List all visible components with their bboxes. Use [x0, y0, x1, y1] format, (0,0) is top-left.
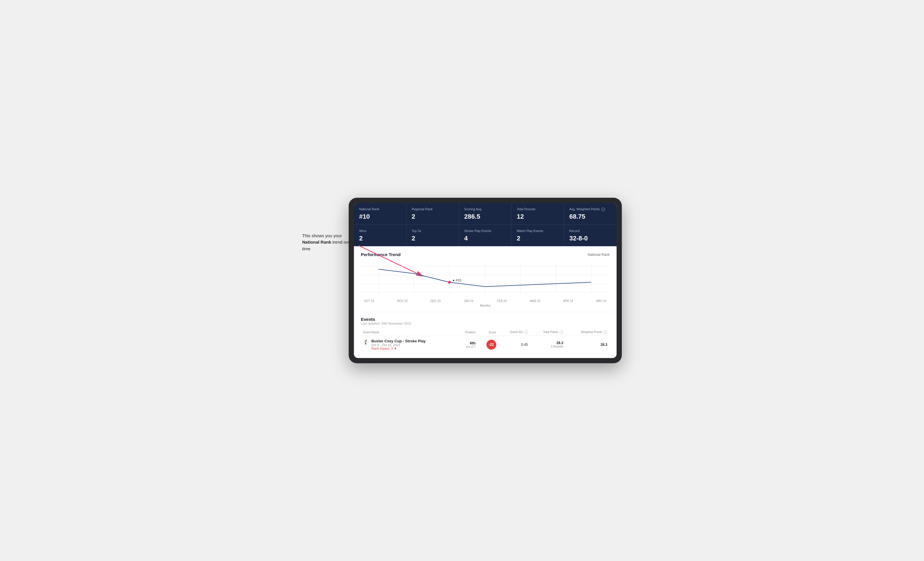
col-event-name: Event Name: [361, 329, 456, 336]
stat-scoring-avg-value: 286.5: [464, 213, 506, 220]
event-golf-icon: 🏌️: [363, 340, 369, 345]
stat-wins-value: 2: [359, 235, 401, 242]
event-date: Oct 9 - Oct 10, 2023: [371, 343, 426, 347]
event-name-cell: 🏌️ Buster Cozy Cup - Stroke Play Oct 9 -…: [361, 336, 456, 353]
stat-stroke-play-value: 4: [464, 235, 506, 242]
x-label-apr24: APR 24: [560, 299, 576, 302]
chart-legend: National Rank: [588, 253, 610, 257]
col-total-points: Total Points i: [530, 329, 566, 336]
x-label-dec23: DEC 23: [427, 299, 444, 302]
chart-container: ● #10: [361, 260, 610, 298]
stats-row-2: Wins 2 Top 3s 2 Stroke Play Events 4 Mat…: [354, 224, 616, 246]
stat-top3s-value: 2: [412, 235, 454, 242]
stat-match-play-value: 2: [517, 235, 558, 242]
stat-stroke-play: Stroke Play Events 4: [459, 225, 512, 246]
events-table: Event Name Position Score Event SG i Tot…: [361, 329, 610, 353]
event-name: Buster Cozy Cup - Stroke Play: [371, 339, 426, 343]
chart-section: Performance Trend National Rank: [354, 246, 616, 312]
annotation: This shows you your National Rank trend …: [302, 233, 360, 252]
tablet-device: National Rank #10 Regional Rank 2 Scorin…: [349, 198, 622, 364]
stat-top3s-label: Top 3s: [412, 229, 454, 233]
stat-record-label: Record: [569, 229, 611, 233]
total-points-info-icon: i: [560, 331, 563, 334]
event-weighted-points: 28.3: [566, 336, 610, 353]
stat-avg-weighted-label: Avg. Weighted Points i: [569, 207, 611, 211]
events-title: Events: [361, 317, 610, 322]
stat-avg-weighted: Avg. Weighted Points i 68.75: [564, 203, 616, 224]
stat-national-rank-value: #10: [359, 213, 401, 220]
stat-match-play: Match Play Events 2: [512, 225, 564, 246]
stat-top3s: Top 3s 2: [406, 225, 459, 246]
stat-wins-label: Wins: [359, 229, 401, 233]
info-icon: i: [602, 208, 605, 211]
stat-stroke-play-label: Stroke Play Events: [464, 229, 506, 233]
events-section: Events Last updated: 24th November 2023 …: [354, 312, 616, 358]
x-label-mar24: MAR 24: [527, 299, 543, 302]
table-header-row: Event Name Position Score Event SG i Tot…: [361, 329, 610, 336]
annotation-text: This shows you your National Rank trend …: [302, 233, 352, 251]
tablet-screen: National Rank #10 Regional Rank 2 Scorin…: [354, 203, 616, 358]
event-score: -22: [478, 336, 499, 353]
stat-regional-rank: Regional Rank 2: [406, 203, 459, 224]
stat-record-value: 32-8-0: [569, 235, 611, 242]
stat-total-rounds: Total Rounds 12: [512, 203, 564, 224]
x-label-may24: MAY 24: [593, 299, 610, 302]
stat-avg-weighted-value: 68.75: [569, 213, 611, 220]
stat-regional-rank-label: Regional Rank: [412, 207, 454, 211]
table-row: 🏌️ Buster Cozy Cup - Stroke Play Oct 9 -…: [361, 336, 610, 353]
stat-national-rank: National Rank #10: [354, 203, 406, 224]
scene: This shows you your National Rank trend …: [302, 198, 622, 364]
svg-point-13: [448, 281, 451, 284]
stat-scoring-avg-label: Scoring Avg.: [464, 207, 506, 211]
x-label-feb24: FEB 24: [494, 299, 510, 302]
col-score: Score: [478, 329, 499, 336]
content-area: National Rank #10 Regional Rank 2 Scorin…: [354, 203, 616, 358]
stat-national-rank-label: National Rank: [359, 207, 401, 211]
event-sg: 0.45: [499, 336, 530, 353]
x-label-jan24: JAN 24: [460, 299, 477, 302]
event-rank-impact: Rank Impact: 3 ▼: [371, 347, 426, 350]
chart-axis-label: Months: [361, 304, 610, 307]
svg-text:● #10: ● #10: [453, 278, 461, 282]
weighted-points-info-icon: i: [604, 331, 607, 334]
stat-regional-rank-value: 2: [412, 213, 454, 220]
x-label-nov23: NOV 23: [394, 299, 411, 302]
stat-total-rounds-value: 12: [517, 213, 558, 220]
stat-match-play-label: Match Play Events: [517, 229, 558, 233]
x-label-oct23: OCT 23: [361, 299, 378, 302]
event-total-points: 28.3 3 Rounds: [530, 336, 566, 353]
chart-header: Performance Trend National Rank: [361, 252, 610, 257]
col-position: Position: [456, 329, 478, 336]
event-sg-info-icon: i: [525, 331, 528, 334]
performance-chart: ● #10: [361, 260, 610, 298]
stat-record: Record 32-8-0: [564, 225, 616, 246]
col-event-sg: Event SG i: [499, 329, 530, 336]
stat-wins: Wins 2: [354, 225, 406, 246]
events-last-updated: Last updated: 24th November 2023: [361, 322, 610, 325]
event-position: 6th out of 7: [456, 336, 478, 353]
chart-x-labels: OCT 23 NOV 23 DEC 23 JAN 24 FEB 24 MAR 2…: [361, 299, 610, 302]
chart-title: Performance Trend: [361, 252, 401, 257]
score-badge: -22: [486, 340, 496, 350]
stat-total-rounds-label: Total Rounds: [517, 207, 558, 211]
col-weighted-points: Weighted Points i: [566, 329, 610, 336]
stat-scoring-avg: Scoring Avg. 286.5: [459, 203, 512, 224]
stats-row-1: National Rank #10 Regional Rank 2 Scorin…: [354, 203, 616, 224]
